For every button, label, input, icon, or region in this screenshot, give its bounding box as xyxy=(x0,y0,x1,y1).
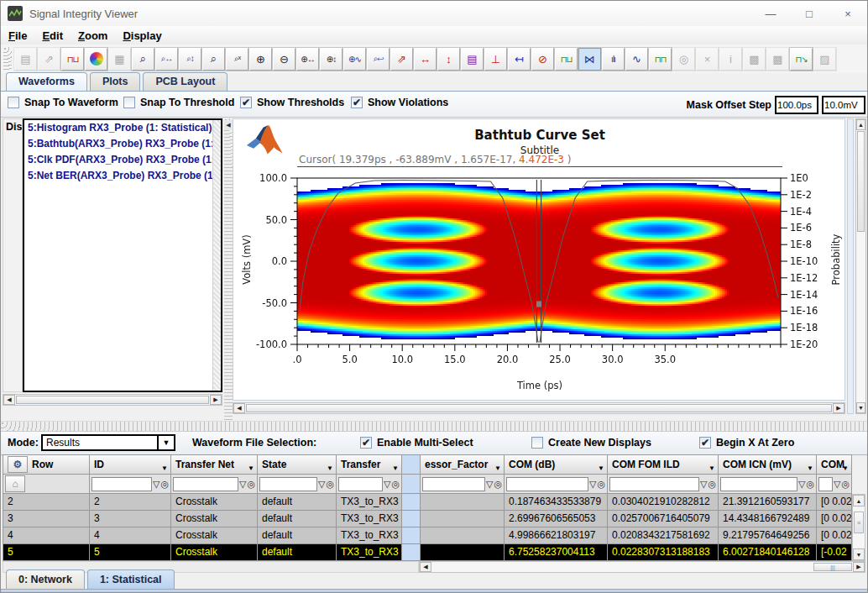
scroll-thumb[interactable] xyxy=(857,131,865,232)
filter-input[interactable] xyxy=(609,477,699,491)
zoom-previous-button[interactable]: ⌕↩ xyxy=(367,48,390,71)
list-horizontal-scrollbar[interactable]: ◀ ▶ xyxy=(3,394,222,406)
threshold-button[interactable]: ⊥ xyxy=(484,48,507,71)
close-button[interactable]: × xyxy=(829,1,867,26)
column-header-state[interactable]: State▼ xyxy=(258,454,337,475)
filter-input[interactable] xyxy=(818,477,833,491)
scroll-thumb[interactable] xyxy=(16,396,209,404)
column-menu-icon[interactable]: ▼ xyxy=(161,464,168,472)
maximize-button[interactable]: □ xyxy=(790,1,829,26)
filter-funnel-icon[interactable]: ▽ xyxy=(486,478,493,491)
plot-panel[interactable]: Bathtub Curve Set Subtitle Cursor( 19.37… xyxy=(233,118,845,401)
zoom-xy-button[interactable]: ⌕ˣ xyxy=(226,48,248,71)
zoom-horizontal-button[interactable]: ⊕↔ xyxy=(296,48,319,71)
column-header-com-db-[interactable]: COM (dB)▼ xyxy=(505,454,608,475)
network-display-button[interactable]: ⊓↘ xyxy=(790,48,813,71)
measure-horizontal-button[interactable]: ↔ xyxy=(414,48,437,71)
column-menu-icon[interactable]: ▼ xyxy=(598,464,604,472)
column-header-highlight[interactable] xyxy=(402,454,421,475)
scroll-right-icon[interactable]: ▶ xyxy=(833,403,844,413)
filter-target-icon[interactable]: ◎ xyxy=(597,478,605,491)
filter-funnel-icon[interactable]: ▽ xyxy=(318,478,325,491)
filter-target-icon[interactable]: ◎ xyxy=(391,478,400,491)
mode-select-arrow-icon[interactable]: ▼ xyxy=(159,434,175,451)
scroll-left-icon[interactable]: ◀ xyxy=(233,403,245,413)
scroll-up-icon[interactable]: ▲ xyxy=(853,495,865,506)
column-menu-icon[interactable]: ▼ xyxy=(392,464,399,472)
column-menu-icon[interactable]: ▼ xyxy=(807,464,813,472)
menu-edit[interactable]: Edit xyxy=(34,29,71,43)
splitter-collapse-icon[interactable]: ◀ xyxy=(224,120,233,130)
table-row[interactable]: 22CrosstalkdefaultTX3_to_RX30.1874634335… xyxy=(3,494,852,511)
column-header-id[interactable]: ID▼ xyxy=(90,454,171,475)
table-row[interactable]: 33CrosstalkdefaultTX3_to_RX32.6996760656… xyxy=(3,511,852,527)
column-header-com-fom-ild[interactable]: COM FOM ILD▼ xyxy=(608,454,719,475)
list-item[interactable]: 5:Bathtub(ARX3_Probe) RX3_Probe (1: S xyxy=(24,136,221,152)
column-menu-icon[interactable]: ▼ xyxy=(327,464,333,472)
zoom-out-button[interactable]: ⊖ xyxy=(273,48,295,71)
tab-waveforms[interactable]: Waveforms xyxy=(6,72,87,91)
scroll-track[interactable] xyxy=(245,403,833,413)
list-vertical-scrollbar[interactable] xyxy=(212,120,221,391)
filter-funnel-icon[interactable]: ▽ xyxy=(239,478,246,491)
column-header-transfer-net[interactable]: Transfer Net▼ xyxy=(171,454,258,475)
menu-display[interactable]: Display xyxy=(115,29,169,43)
scroll-down-icon[interactable]: ▼ xyxy=(856,402,865,413)
tab-pcb-layout[interactable]: PCB Layout xyxy=(143,72,227,91)
wave-display-button[interactable]: ∿ xyxy=(625,48,648,71)
pulse-display-button[interactable]: ⊓⊔ xyxy=(555,48,578,71)
table-row[interactable]: 44CrosstalkdefaultTX3_to_RX34.9986662180… xyxy=(3,527,852,544)
waveform-list[interactable]: 5:Histogram RX3_Probe (1: Statistical)5:… xyxy=(23,118,222,392)
scroll-left-icon[interactable]: ◀ xyxy=(3,395,15,405)
checkbox-checked[interactable]: ✔ xyxy=(699,437,711,449)
filter-input[interactable] xyxy=(720,477,797,491)
plot-vertical-scrollbar[interactable]: ▲ ▼ xyxy=(855,118,866,414)
scroll-thumb[interactable]: ≡ xyxy=(854,512,864,533)
zoom-cursor-button[interactable]: ⌕ xyxy=(202,48,225,71)
scroll-thumb[interactable] xyxy=(246,404,832,412)
filter-input[interactable] xyxy=(173,477,238,491)
result-tab-0-network[interactable]: 0: Network xyxy=(6,569,85,589)
filter-funnel-icon[interactable]: ▽ xyxy=(153,478,159,491)
measure-diagonal-button[interactable]: ⇗ xyxy=(390,48,413,71)
filter-target-icon[interactable]: ◎ xyxy=(708,478,716,491)
filter-target-icon[interactable]: ◎ xyxy=(841,478,850,491)
scroll-right-icon[interactable]: ▶ xyxy=(210,395,222,405)
zoom-in-button[interactable]: ⊕ xyxy=(249,48,272,71)
hide-violations-button[interactable]: ⊘ xyxy=(531,48,554,71)
table-vertical-scrollbar[interactable]: ▲ ≡ ▼ xyxy=(852,494,865,561)
checkbox-checked[interactable]: ✔ xyxy=(240,97,252,108)
scroll-down-icon[interactable]: ▼ xyxy=(853,548,865,560)
filter-funnel-icon[interactable]: ▽ xyxy=(798,478,805,491)
eye-diagram-display-button[interactable]: ⋈ xyxy=(578,48,601,71)
scroll-track[interactable] xyxy=(15,395,210,405)
filter-target-icon[interactable]: ◎ xyxy=(494,478,502,491)
list-item[interactable]: 5:Histogram RX3_Probe (1: Statistical) xyxy=(24,120,221,136)
filter-input[interactable] xyxy=(506,477,588,491)
zoom-fit-width-button[interactable]: ⌕↔ xyxy=(155,48,178,71)
scroll-track[interactable] xyxy=(856,130,865,402)
filter-target-icon[interactable]: ◎ xyxy=(247,478,255,491)
waveform-options-button[interactable]: ⊓⊔ xyxy=(61,48,84,71)
zoom-region-button[interactable]: ⌕ xyxy=(132,48,154,71)
colormap-button[interactable] xyxy=(85,48,107,71)
list-item[interactable]: 5:Clk PDF(ARX3_Probe) RX3_Probe (1: S xyxy=(24,152,221,168)
filter-input[interactable] xyxy=(422,477,485,491)
report-button[interactable]: ▤ xyxy=(461,48,484,71)
zoom-pulse-button[interactable]: ⊕∿ xyxy=(343,48,366,71)
result-tab-1-statistical[interactable]: 1: Statistical xyxy=(87,569,175,589)
zoom-vertical-button[interactable]: ⊕↕ xyxy=(320,48,342,71)
histogram-display-button[interactable]: ılı xyxy=(602,48,625,71)
list-item[interactable]: 5:Net BER(ARX3_Probe) RX3_Probe (1: xyxy=(24,168,221,184)
splitter-vertical[interactable]: ◀ xyxy=(224,118,233,421)
tab-plots[interactable]: Plots xyxy=(90,72,141,91)
column-menu-icon[interactable]: ▼ xyxy=(709,464,715,472)
filter-input[interactable] xyxy=(92,477,152,491)
filter-input[interactable] xyxy=(259,477,317,491)
checkbox-unchecked[interactable] xyxy=(531,437,543,449)
mask-offset-time-input[interactable] xyxy=(775,96,818,114)
toolbar-grip-handle[interactable] xyxy=(3,47,12,71)
bathtub-curves-overlay[interactable] xyxy=(297,178,781,344)
mode-select[interactable]: Results xyxy=(41,434,159,451)
digital-display-button[interactable]: ⊓⊓ xyxy=(649,48,672,71)
